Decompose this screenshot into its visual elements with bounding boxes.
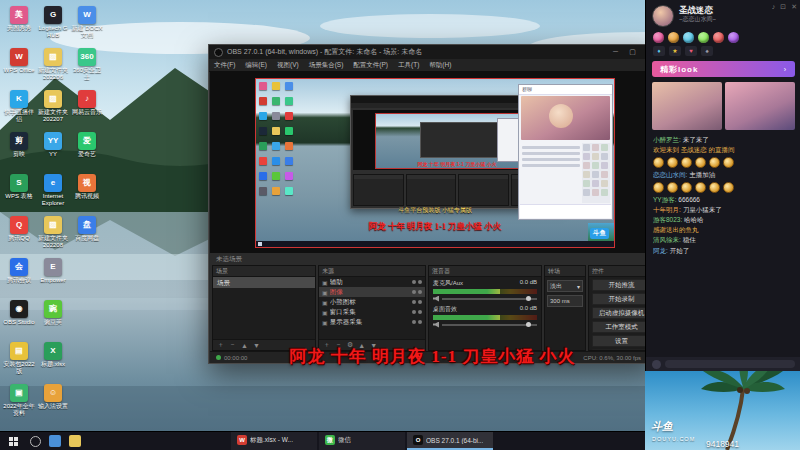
speaker-icon[interactable] xyxy=(433,322,439,328)
gift-icon[interactable] xyxy=(668,32,679,43)
lock-icon[interactable] xyxy=(418,290,422,294)
visibility-eye-icon[interactable] xyxy=(412,320,416,324)
desktop-icon[interactable]: GLogitech G HUB xyxy=(36,4,70,46)
obs-title-bar[interactable]: OBS 27.0.1 (64-bit, windows) - 配置文件: 未命名… xyxy=(209,45,658,59)
close-icon[interactable]: ✕ xyxy=(791,3,797,11)
control-button[interactable]: 开始录制 xyxy=(592,293,651,305)
display-capture-preview[interactable]: 阿龙 十年 明月夜 1-1 刀皇小猛 小火 群聊 斗鱼平台预装版 小猛专属版 阿… xyxy=(255,78,615,248)
desktop-icon[interactable]: W新建 DOCX 文档 xyxy=(70,4,104,46)
menu-item[interactable]: 场景集合(S) xyxy=(304,61,349,70)
gift-icon[interactable] xyxy=(653,32,664,43)
desktop-icon[interactable]: ☺输入法设置 xyxy=(36,382,70,424)
obs-window[interactable]: OBS 27.0.1 (64-bit, windows) - 配置文件: 未命名… xyxy=(208,44,659,364)
desktop-icon[interactable]: ♪网易云音乐 xyxy=(70,88,104,130)
douyu-room-thumbnail[interactable]: 斗鱼 DOUYU.COM 9418941 xyxy=(645,371,800,450)
desktop-icon[interactable]: K快手直播伴侣 xyxy=(2,88,36,130)
visibility-eye-icon[interactable] xyxy=(412,290,416,294)
source-row[interactable]: ▣显示器采集 xyxy=(319,317,425,327)
volume-slider[interactable] xyxy=(442,298,537,300)
control-button[interactable]: 工作室模式 xyxy=(592,321,651,333)
volume-knob[interactable] xyxy=(526,296,531,301)
desktop-icon[interactable]: X标题.xlsx xyxy=(36,340,70,382)
chat-text: 来了来了 xyxy=(683,136,709,143)
layout-icon[interactable]: ⊡ xyxy=(780,3,786,11)
control-button[interactable]: 开始推流 xyxy=(592,279,651,291)
minimize-button[interactable]: ─ xyxy=(607,45,624,59)
taskbar-task-button[interactable]: 微微信 xyxy=(319,432,405,450)
menu-item[interactable]: 工具(T) xyxy=(393,61,424,70)
desktop-icon[interactable]: ◉OBS Studio xyxy=(2,298,36,340)
menu-item[interactable]: 帮助(H) xyxy=(424,61,456,70)
control-button[interactable]: 启动虚拟摄像机 xyxy=(592,307,651,319)
desktop-icon[interactable]: 盘百度网盘 xyxy=(70,214,104,256)
visibility-eye-icon[interactable] xyxy=(412,310,416,314)
desktop-icon[interactable]: WWPS Office xyxy=(2,46,36,88)
gift-icon[interactable] xyxy=(713,32,724,43)
menu-item[interactable]: 文件(F) xyxy=(209,61,240,70)
speaker-icon[interactable] xyxy=(433,296,439,302)
system-message: 欢迎来到 圣战迷恋 的直播间 xyxy=(653,145,794,155)
streamer-avatar[interactable] xyxy=(652,5,674,27)
taskbar-task-button[interactable]: W标题.xlsx - W... xyxy=(231,432,317,450)
chat-feed[interactable]: 小醉罗兰: 来了来了欢迎来到 圣战迷恋 的直播间恋恋山水间: 主播加油YY游客:… xyxy=(646,132,800,357)
chat-input[interactable] xyxy=(665,360,795,368)
browser-icon[interactable] xyxy=(49,435,61,447)
source-row[interactable]: ▣辅助 xyxy=(319,277,425,287)
captured-icon xyxy=(285,97,293,105)
lock-icon[interactable] xyxy=(418,300,422,304)
obs-preview-area[interactable]: 阿龙 十年 明月夜 1-1 刀皇小猛 小火 群聊 斗鱼平台预装版 小猛专属版 阿… xyxy=(210,71,657,253)
search-icon[interactable] xyxy=(30,436,41,447)
lock-icon[interactable] xyxy=(418,320,422,324)
transition-duration-stepper[interactable]: 300 ms xyxy=(547,295,583,307)
visibility-eye-icon[interactable] xyxy=(412,300,416,304)
desktop-icon[interactable]: eInternet Explorer xyxy=(36,172,70,214)
desktop-icon[interactable]: SWPS 表格 xyxy=(2,172,36,214)
taskbar-task-button[interactable]: OOBS 27.0.1 (64-bi... xyxy=(407,432,493,450)
chat-shared-photo xyxy=(521,96,610,140)
maximize-button[interactable]: ▢ xyxy=(624,45,641,59)
source-row[interactable]: ▣图像 xyxy=(319,287,425,297)
desktop-icon[interactable]: Q腾讯QQ xyxy=(2,214,36,256)
desktop-icon[interactable]: ▤安装包2022版 xyxy=(2,340,36,382)
source-type-icon: ▣ xyxy=(322,299,328,306)
source-row[interactable]: ▣小熊图标 xyxy=(319,297,425,307)
menu-item[interactable]: 配置文件(P) xyxy=(348,61,393,70)
gift-icon[interactable] xyxy=(683,32,694,43)
highlight-photo[interactable] xyxy=(725,82,795,130)
lock-icon[interactable] xyxy=(418,310,422,314)
chat-input-bar xyxy=(646,357,800,371)
lock-icon[interactable] xyxy=(418,280,422,284)
file-explorer-icon[interactable] xyxy=(69,435,81,447)
gift-icon[interactable] xyxy=(698,32,709,43)
visibility-eye-icon[interactable] xyxy=(412,280,416,284)
music-icon[interactable]: ♪ xyxy=(772,3,776,11)
gift-icon[interactable] xyxy=(728,32,739,43)
desktop-icon-glyph: 盘 xyxy=(78,216,96,234)
desktop-icon[interactable]: 豌豌豆荚 xyxy=(36,298,70,340)
desktop-icon[interactable]: 剪剪映 xyxy=(2,130,36,172)
desktop-icon[interactable]: 美美图秀秀 xyxy=(2,4,36,46)
desktop-icon[interactable]: EEmpower xyxy=(36,256,70,298)
stat-badge-icon: ★ xyxy=(669,46,681,56)
desktop-icon-label: WPS 表格 xyxy=(2,193,36,200)
volume-knob[interactable] xyxy=(526,322,531,327)
desktop-icon-glyph: G xyxy=(44,6,62,24)
source-row[interactable]: ▣窗口采集 xyxy=(319,307,425,317)
menu-item[interactable]: 视图(V) xyxy=(272,61,304,70)
desktop-icon[interactable]: ▨新建文件夹 202207 xyxy=(36,88,70,130)
desktop-icon[interactable]: 会腾讯会议 xyxy=(2,256,36,298)
desktop-icon[interactable]: 爱爱奇艺 xyxy=(70,130,104,172)
volume-slider[interactable] xyxy=(442,324,537,326)
highlight-banner[interactable]: 精彩look› xyxy=(652,61,795,77)
menu-item[interactable]: 编辑(E) xyxy=(240,61,272,70)
desktop-icon[interactable]: 视腾讯视频 xyxy=(70,172,104,214)
desktop-icon[interactable]: 360360安全卫士 xyxy=(70,46,104,88)
highlight-photo[interactable] xyxy=(652,82,722,130)
desktop-icon[interactable]: ▣2022年全年资料 xyxy=(2,382,36,424)
desktop-icon[interactable]: ▨新建文件夹 202206 xyxy=(36,46,70,88)
start-button[interactable] xyxy=(0,432,26,450)
scene-row[interactable]: 场景 xyxy=(213,277,315,288)
desktop-icon[interactable]: YYYY xyxy=(36,130,70,172)
desktop-icon[interactable]: ▨新建文件夹 202208 xyxy=(36,214,70,256)
transition-select[interactable]: 淡出▾ xyxy=(547,280,583,292)
